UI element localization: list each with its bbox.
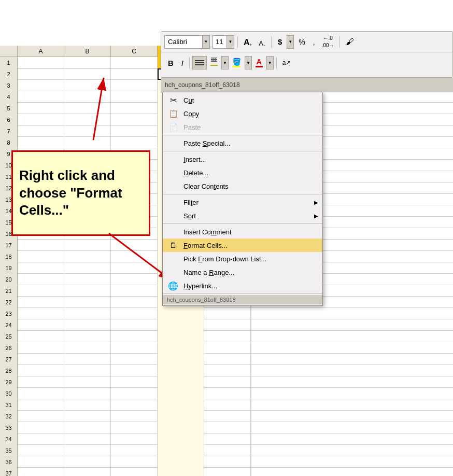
cell-r36-c1[interactable] [64, 456, 111, 468]
cell-r17-c2[interactable] [111, 240, 158, 251]
menu-item-delete[interactable]: Delete... [163, 166, 322, 179]
menu-item-hyperlink[interactable]: 🌐 Hyperlink... [163, 279, 322, 292]
cell-r22-c2[interactable] [111, 297, 158, 308]
fill-dropdown-button[interactable]: ▼ [245, 56, 252, 69]
cell-r21-c0[interactable] [18, 285, 64, 297]
cell-r5-c1[interactable] [64, 103, 111, 114]
cell-r23-c3[interactable] [158, 308, 204, 319]
cell-r31-c4[interactable] [204, 399, 251, 411]
cell-r25-c2[interactable] [111, 331, 158, 342]
cell-r30-c4[interactable] [204, 388, 251, 399]
cell-r23-c4[interactable] [204, 308, 251, 319]
cell-r26-c2[interactable] [111, 342, 158, 354]
cell-r21-c1[interactable] [64, 285, 111, 297]
cell-r28-c2[interactable] [111, 365, 158, 376]
menu-item-cut[interactable]: ✂ Cut [163, 93, 322, 107]
cell-r29-c4[interactable] [204, 376, 251, 388]
cell-r28-c0[interactable] [18, 365, 64, 376]
cell-r24-c1[interactable] [64, 319, 111, 331]
cell-r27-c4[interactable] [204, 354, 251, 365]
cell-r37-c3[interactable] [158, 468, 204, 476]
cell-r23-c2[interactable] [111, 308, 158, 319]
cell-r35-c4[interactable] [204, 445, 251, 456]
cell-r5-c2[interactable] [111, 103, 158, 114]
menu-item-sort[interactable]: Sort ▶ [163, 209, 322, 222]
cell-r27-c2[interactable] [111, 354, 158, 365]
cell-r20-c1[interactable] [64, 274, 111, 285]
cell-r30-c1[interactable] [64, 388, 111, 399]
cell-r36-c2[interactable] [111, 456, 158, 468]
cell-r8-c2[interactable] [111, 137, 158, 148]
cell-r32-c1[interactable] [64, 411, 111, 422]
cell-r29-c3[interactable] [158, 376, 204, 388]
cell-r32-c4[interactable] [204, 411, 251, 422]
currency-button[interactable]: $ [275, 35, 285, 49]
cell-r22-c1[interactable] [64, 297, 111, 308]
font-color-dropdown-button[interactable]: ▼ [266, 56, 274, 69]
cell-r26-c0[interactable] [18, 342, 64, 354]
cell-r19-c0[interactable] [18, 262, 64, 274]
cell-r30-c3[interactable] [158, 388, 204, 399]
cell-r24-c0[interactable] [18, 319, 64, 331]
more-format-button[interactable]: a↗ [279, 56, 294, 69]
cell-r27-c0[interactable] [18, 354, 64, 365]
cell-r33-c4[interactable] [204, 422, 251, 433]
cell-r24-c4[interactable] [204, 319, 251, 331]
fill-color-button[interactable]: 🪣 [230, 56, 244, 69]
cell-r21-c2[interactable] [111, 285, 158, 297]
cell-r33-c0[interactable] [18, 422, 64, 433]
cell-r18-c2[interactable] [111, 251, 158, 262]
comma-button[interactable]: , [310, 35, 318, 49]
cell-r27-c3[interactable] [158, 354, 204, 365]
font-name-combo[interactable]: Calibri ▼ [164, 35, 210, 49]
cell-r23-c1[interactable] [64, 308, 111, 319]
cell-r31-c2[interactable] [111, 399, 158, 411]
cell-r30-c2[interactable] [111, 388, 158, 399]
cell-r25-c0[interactable] [18, 331, 64, 342]
cell-r35-c1[interactable] [64, 445, 111, 456]
cell-r27-c1[interactable] [64, 354, 111, 365]
cell-r18-c0[interactable] [18, 251, 64, 262]
row-1-a[interactable] [18, 57, 64, 68]
menu-item-pick-dropdown[interactable]: Pick From Drop-down List... [163, 252, 322, 265]
cell-r29-c2[interactable] [111, 376, 158, 388]
cell-r8-c1[interactable] [64, 137, 111, 148]
cell-r23-c0[interactable] [18, 308, 64, 319]
cell-r7-c1[interactable] [64, 125, 111, 137]
cell-r30-c0[interactable] [18, 388, 64, 399]
cell-r34-c4[interactable] [204, 433, 251, 445]
cell-r22-c0[interactable] [18, 297, 64, 308]
cell-r32-c2[interactable] [111, 411, 158, 422]
cell-r35-c2[interactable] [111, 445, 158, 456]
menu-item-paste-special[interactable]: Paste Special... [163, 136, 322, 150]
font-grow-button[interactable]: A+ [241, 35, 254, 49]
menu-item-clear-contents[interactable]: Clear Contents [163, 179, 322, 193]
italic-button[interactable]: I [178, 56, 187, 69]
cell-r28-c1[interactable] [64, 365, 111, 376]
cell-r36-c4[interactable] [204, 456, 251, 468]
cell-r33-c3[interactable] [158, 422, 204, 433]
cell-r25-c4[interactable] [204, 331, 251, 342]
decrease-decimal-button[interactable]: .00→ [320, 42, 336, 49]
cell-r33-c1[interactable] [64, 422, 111, 433]
cell-r31-c0[interactable] [18, 399, 64, 411]
cell-r19-c1[interactable] [64, 262, 111, 274]
cell-r20-c0[interactable] [18, 274, 64, 285]
cell-r32-c3[interactable] [158, 411, 204, 422]
cell-r3-c2[interactable] [111, 80, 158, 91]
cell-r34-c0[interactable] [18, 433, 64, 445]
cell-r36-c0[interactable] [18, 456, 64, 468]
cell-r18-c1[interactable] [64, 251, 111, 262]
cell-r20-c2[interactable] [111, 274, 158, 285]
cell-r25-c3[interactable] [158, 331, 204, 342]
cell-r37-c0[interactable] [18, 468, 64, 476]
cell-r37-c4[interactable] [204, 468, 251, 476]
cell-r29-c0[interactable] [18, 376, 64, 388]
cell-r7-c2[interactable] [111, 125, 158, 137]
percent-button[interactable]: % [295, 35, 308, 49]
cell-r33-c2[interactable] [111, 422, 158, 433]
cell-r19-c2[interactable] [111, 262, 158, 274]
cell-r37-c1[interactable] [64, 468, 111, 476]
format-painter-button[interactable]: 🖌 [343, 35, 357, 49]
cell-r4-c2[interactable] [111, 91, 158, 103]
